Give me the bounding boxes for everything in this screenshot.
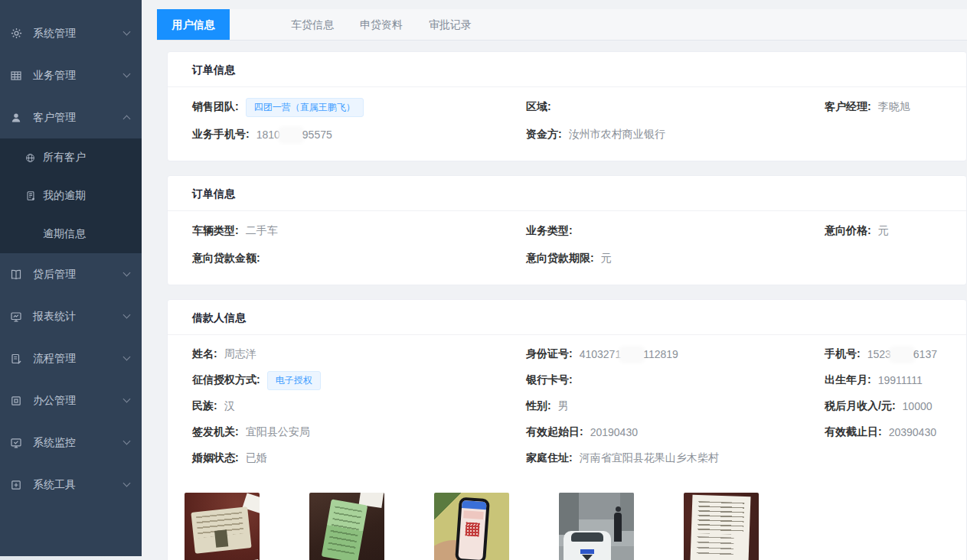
borrower-photos: 本人照 驾驶证照片 [168, 483, 966, 560]
field-value: 二手车 [246, 224, 278, 238]
field-intent-loan-amount: 意向贷款金额: [192, 245, 526, 272]
user-icon [9, 111, 23, 125]
photo-decor [458, 500, 486, 560]
grid-icon [9, 69, 23, 83]
photo-phone-qr: 征信授权 [434, 493, 509, 560]
field-region: 区域: [526, 93, 825, 121]
photo-decor [564, 531, 611, 560]
nested-square-icon [9, 394, 23, 408]
field-empty [825, 445, 942, 471]
field-label: 业务手机号: [192, 128, 250, 142]
photo-person-with-car: 人车合影 [559, 493, 634, 560]
chevron-down-icon [123, 438, 131, 445]
field-empty [825, 245, 942, 272]
field-marital-status: 婚姻状态: 已婚 [192, 445, 526, 471]
order-info-2-fields: 车辆类型: 二手车 业务类型: 意向价格: 元 意向贷款金额: [168, 211, 966, 285]
field-account-manager: 客户经理: 李晓旭 [825, 93, 942, 121]
field-business-phone: 业务手机号: 181095575 [192, 121, 526, 148]
field-mobile-phone: 手机号: 15236137 [825, 341, 942, 367]
field-empty [825, 121, 942, 148]
field-intent-price: 意向价格: 元 [825, 217, 942, 245]
sidebar-item-label: 系统管理 [33, 27, 124, 41]
sidebar-item-office-mgmt[interactable]: 办公管理 [0, 379, 142, 422]
clipboard-pen-icon [9, 352, 23, 366]
tab-bar: 用户信息 车贷信息 申贷资料 审批记录 [157, 9, 967, 41]
sidebar-item-label: 报表统计 [33, 310, 124, 324]
field-gender: 性别: 男 [526, 393, 825, 419]
redacted-digits [281, 129, 302, 141]
photo-decor [614, 513, 622, 542]
id-card-photo-thumbnail[interactable] [185, 493, 260, 560]
sidebar-item-report-stats[interactable]: 报表统计 [0, 295, 142, 337]
field-value: 4103271112819 [580, 348, 678, 360]
sidebar-item-business-mgmt[interactable]: 业务管理 [0, 54, 142, 96]
field-label: 征信授权方式: [192, 373, 260, 387]
field-bank-card: 银行卡号: [526, 367, 825, 393]
sidebar-item-label: 贷后管理 [33, 268, 124, 282]
field-value: 男 [558, 399, 569, 413]
field-label: 意向贷款金额: [192, 252, 260, 265]
field-home-address: 家庭住址: 河南省宜阳县花果山乡木柴村 [526, 445, 825, 471]
field-label: 意向价格: [825, 224, 871, 238]
field-vehicle-type: 车辆类型: 二手车 [192, 217, 526, 245]
chevron-down-icon [123, 269, 131, 277]
sales-team-tag[interactable]: 四团一营（直属王鹏飞） [246, 98, 364, 117]
sidebar-item-system-tools[interactable]: 系统工具 [0, 464, 142, 506]
field-fund-provider: 资金方: 汝州市农村商业银行 [526, 121, 825, 148]
sidebar-item-process-mgmt[interactable]: 流程管理 [0, 337, 142, 379]
field-valid-to: 有效截止日: 20390430 [825, 419, 942, 445]
tab-loan-application-docs[interactable]: 申贷资料 [347, 9, 416, 40]
sidebar-item-overdue-info[interactable]: 逾期信息 [0, 215, 142, 253]
field-value: 10000 [903, 400, 933, 412]
redacted-digits [892, 349, 913, 360]
tab-car-loan-info[interactable]: 车贷信息 [278, 9, 347, 40]
field-label: 家庭住址: [526, 451, 573, 465]
phone-qr-photo-thumbnail[interactable] [434, 493, 509, 560]
field-value: 20190430 [590, 426, 638, 438]
sidebar-item-postloan-mgmt[interactable]: 贷后管理 [0, 253, 142, 295]
main-content: 用户信息 车贷信息 申贷资料 审批记录 订单信息 销售团队: 四团一营（直属王鹏… [142, 0, 967, 560]
green-booklet-photo-thumbnail[interactable] [309, 493, 384, 560]
credit-auth-tag[interactable]: 电子授权 [267, 371, 321, 390]
cards-container: 订单信息 销售团队: 四团一营（直属王鹏飞） 区域: 客户经理: 李晓旭 [167, 51, 967, 560]
gear-icon [9, 27, 23, 41]
chevron-down-icon [123, 353, 131, 361]
tab-user-info[interactable]: 用户信息 [157, 9, 230, 40]
field-label: 有效截止日: [825, 425, 882, 439]
field-label: 销售团队: [192, 100, 239, 114]
field-intent-loan-term: 意向贷款期限: 元 [526, 245, 825, 272]
field-value: 15236137 [867, 348, 937, 360]
field-sales-team: 销售团队: 四团一营（直属王鹏飞） [192, 93, 526, 121]
sidebar-item-label: 流程管理 [33, 352, 124, 366]
field-value: 元 [878, 224, 889, 238]
tab-approval-records[interactable]: 审批记录 [416, 9, 485, 40]
sidebar-item-system-monitor[interactable]: 系统监控 [0, 422, 142, 464]
field-monthly-income: 税后月收入/元: 10000 [825, 393, 942, 419]
chevron-down-icon [123, 396, 131, 403]
field-value: 周志洋 [224, 347, 256, 361]
person-car-photo-thumbnail[interactable] [559, 493, 634, 560]
document-photo-thumbnail[interactable] [684, 493, 759, 560]
field-birth-date: 出生年月: 19911111 [825, 367, 942, 393]
field-label: 税后月收入/元: [825, 399, 896, 413]
photo-decor [620, 493, 634, 531]
sidebar-item-system-mgmt[interactable]: 系统管理 [0, 12, 142, 54]
sidebar-item-label: 客户管理 [33, 111, 124, 125]
sidebar-item-customer-mgmt[interactable]: 客户管理 [0, 96, 142, 138]
globe-icon [25, 152, 36, 163]
photo-id-card: 本人照 [185, 493, 260, 560]
box-plus-icon [9, 478, 23, 492]
sidebar-item-label: 系统工具 [33, 478, 124, 492]
field-label: 出生年月: [825, 373, 871, 387]
field-label: 车辆类型: [192, 224, 239, 238]
sidebar-item-my-overdue[interactable]: 我的逾期 [0, 177, 142, 215]
field-label: 资金方: [526, 128, 562, 142]
chevron-down-icon [123, 480, 131, 487]
section-title: 订单信息 [168, 52, 966, 87]
sidebar-item-all-customers[interactable]: 所有客户 [0, 138, 142, 177]
field-label: 民族: [192, 399, 217, 413]
photo-decor [463, 510, 484, 519]
field-value: 已婚 [246, 451, 267, 465]
sidebar-item-label: 系统监控 [33, 436, 124, 450]
photo-decor [559, 493, 579, 535]
